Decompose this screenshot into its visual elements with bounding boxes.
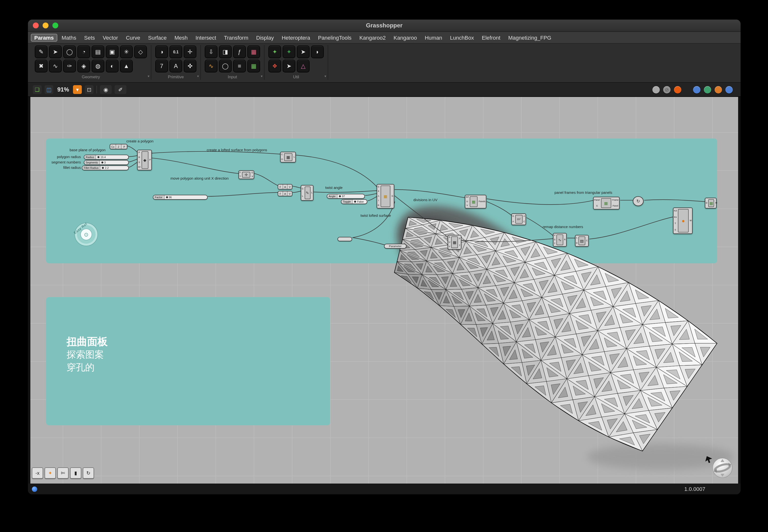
- tab-curve[interactable]: Curve: [122, 34, 144, 41]
- toolbar-icon[interactable]: ◈: [77, 60, 90, 72]
- unit-x-node[interactable]: FT✛GX: [239, 170, 254, 179]
- group-expand-arrow-icon[interactable]: ▾: [148, 74, 149, 78]
- minimize-button[interactable]: [43, 23, 48, 28]
- toolbar-icon[interactable]: ✛: [184, 46, 197, 58]
- viewport-blue2-button[interactable]: [725, 86, 733, 93]
- toolbar-icon[interactable]: ▲: [120, 60, 133, 72]
- maximize-button[interactable]: [52, 23, 58, 28]
- remap-node[interactable]: VST∿R: [553, 233, 567, 247]
- fillet-radius-slider[interactable]: Fillet Radius2.2: [82, 165, 129, 170]
- toolbar-icon[interactable]: ✳: [120, 46, 133, 58]
- tab-display[interactable]: Display: [253, 34, 277, 41]
- toolbar-icon[interactable]: ✑: [63, 60, 76, 72]
- wire-tool-button[interactable]: ✄: [57, 467, 69, 479]
- tab-maths[interactable]: Maths: [58, 34, 80, 41]
- viewport-orange-button[interactable]: [715, 86, 722, 93]
- panel-frame-node[interactable]: PanelS▦FramePanel: [593, 197, 620, 209]
- toolbar-icon[interactable]: △: [297, 60, 310, 72]
- relay-capsule[interactable]: [338, 237, 352, 241]
- toolbar-icon[interactable]: ƒ: [233, 46, 246, 58]
- tab-surface[interactable]: Surface: [145, 34, 170, 41]
- sketch-button[interactable]: ✐: [115, 85, 126, 94]
- preview-shaded-button[interactable]: [674, 86, 681, 93]
- tab-lunchbox[interactable]: LunchBox: [446, 34, 477, 41]
- tab-magnetizing_fpg[interactable]: Magnetizing_FPG: [505, 34, 555, 41]
- toolbar-icon[interactable]: ◐: [106, 60, 118, 72]
- view-trackball[interactable]: [705, 455, 736, 480]
- toolbar-icon[interactable]: ◔: [77, 46, 90, 58]
- divide-node[interactable]: SUV▦PT: [448, 235, 461, 250]
- toolbar-icon[interactable]: ⇩: [205, 46, 218, 58]
- toolbar-icon[interactable]: ➤: [49, 46, 62, 58]
- toolbar-icon[interactable]: ▦: [247, 60, 260, 72]
- toolbar-icon[interactable]: A: [169, 60, 182, 72]
- new-document-button[interactable]: ❏: [33, 85, 42, 94]
- group-expand-arrow-icon[interactable]: ▾: [261, 74, 263, 78]
- toolbar-icon[interactable]: ≡: [233, 60, 246, 72]
- parameter-capsule[interactable]: Parameter: [384, 244, 407, 249]
- toolbar-icon[interactable]: ▣: [106, 46, 118, 58]
- bounds-node[interactable]: LD▤C: [575, 235, 589, 247]
- orient-node[interactable]: ↻: [633, 196, 644, 206]
- toolbar-icon[interactable]: ◗: [311, 46, 324, 58]
- toolbar-icon[interactable]: ➤: [297, 46, 310, 58]
- angle-slider[interactable]: Angle97: [327, 194, 365, 199]
- tab-human[interactable]: Human: [421, 34, 445, 41]
- tab-heteroptera[interactable]: Heteroptera: [278, 34, 314, 41]
- toolbar-icon[interactable]: ❖: [269, 60, 281, 72]
- zoom-dropdown-button[interactable]: ▾: [73, 85, 82, 94]
- tab-sets[interactable]: Sets: [81, 34, 98, 41]
- group-expand-arrow-icon[interactable]: ▾: [325, 74, 326, 78]
- area-node[interactable]: GAm²AC: [511, 213, 526, 225]
- toggle-switch[interactable]: ToggleFalse: [341, 199, 367, 204]
- toolbar-icon[interactable]: ◯: [63, 46, 76, 58]
- twist-node[interactable]: GXAIR▦G: [377, 184, 394, 208]
- segments-slider[interactable]: Segments3: [84, 160, 129, 165]
- close-button[interactable]: [33, 23, 39, 28]
- toolbar-icon[interactable]: ◍: [92, 60, 104, 72]
- tab-params[interactable]: Params: [31, 34, 57, 41]
- viewport-green-button[interactable]: [704, 86, 711, 93]
- toolbar-icon[interactable]: ✦: [269, 46, 281, 58]
- marker-tool-button[interactable]: ✦: [45, 467, 56, 479]
- toolbar-icon[interactable]: ◯: [219, 60, 232, 72]
- tab-kangaroo[interactable]: Kangaroo: [390, 34, 420, 41]
- tab-vector[interactable]: Vector: [99, 34, 121, 41]
- toolbar-icon[interactable]: ➤: [283, 60, 295, 72]
- toolbar-icon[interactable]: ✦: [283, 46, 295, 58]
- toolbar-icon[interactable]: 0.1: [169, 46, 182, 58]
- tab-panelingtools[interactable]: PanelingTools: [315, 34, 355, 41]
- rotate-tool-button[interactable]: ↻: [83, 467, 94, 479]
- zoom-window-button[interactable]: ⊡: [85, 85, 93, 94]
- surface-panels-node[interactable]: SrfUV▦Panels: [465, 195, 486, 208]
- toolbar-icon[interactable]: ✖: [35, 60, 47, 72]
- toolbar-icon[interactable]: ∿: [49, 60, 62, 72]
- toolbar-icon[interactable]: ◨: [219, 46, 232, 58]
- viewport-blue-button[interactable]: [693, 86, 700, 93]
- toolbar-icon[interactable]: ◑: [155, 46, 168, 58]
- preview-off-button[interactable]: ⊘: [663, 86, 671, 93]
- radius-slider[interactable]: Radius19.4: [84, 155, 129, 160]
- save-button[interactable]: ◫: [45, 85, 53, 94]
- mesh-output-node[interactable]: D▦M: [705, 198, 717, 208]
- graft-node[interactable]: GL✎L: [301, 185, 314, 201]
- toolbar-icon[interactable]: ✜: [184, 60, 197, 72]
- tab-transform[interactable]: Transform: [221, 34, 252, 41]
- status-sphere-icon[interactable]: [32, 486, 37, 492]
- expression-tool-button[interactable]: -x: [32, 467, 43, 479]
- toolbar-icon[interactable]: ∿: [205, 60, 218, 72]
- tab-elefront[interactable]: Elefront: [478, 34, 504, 41]
- point-strip-node[interactable]: CoZP: [110, 144, 127, 149]
- preview-eye-button[interactable]: ◉: [100, 85, 112, 94]
- list-strip-a[interactable]: FAV: [278, 184, 292, 189]
- gh-canvas[interactable]: 扭曲面板探索图案穿孔的⊙Easy Refcreate a polygonbase…: [30, 97, 738, 484]
- tab-intersect[interactable]: Intersect: [192, 34, 220, 41]
- group-expand-arrow-icon[interactable]: ▾: [197, 74, 199, 78]
- toolbar-icon[interactable]: ▦: [247, 46, 260, 58]
- loft-node[interactable]: CO▦L: [280, 152, 296, 162]
- toolbar-icon[interactable]: 7: [155, 60, 168, 72]
- polygon-node[interactable]: PRSRf◆P: [137, 150, 152, 170]
- wire-display-button[interactable]: [653, 86, 660, 93]
- panel-tool-button[interactable]: ▮: [70, 467, 81, 479]
- tab-mesh[interactable]: Mesh: [171, 34, 191, 41]
